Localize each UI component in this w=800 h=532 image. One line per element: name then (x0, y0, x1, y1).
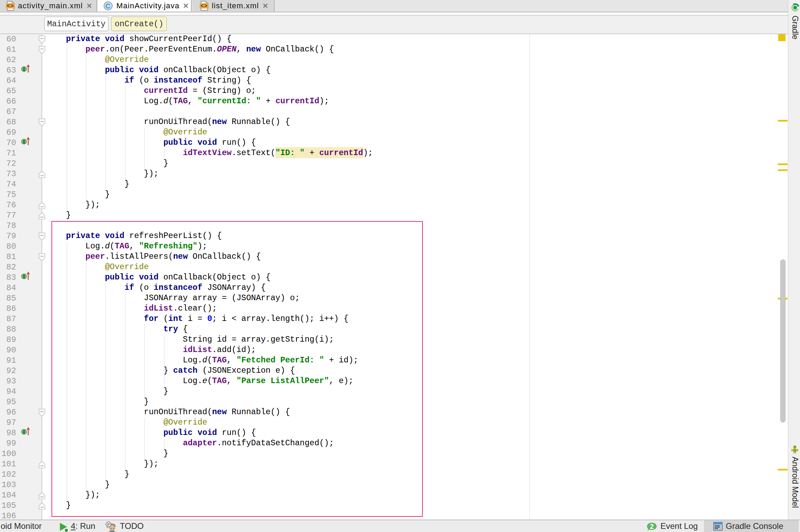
svg-text:<>: <> (200, 3, 208, 9)
svg-text:<>: <> (7, 3, 14, 9)
svg-text:2: 2 (650, 523, 654, 530)
svg-text:C: C (106, 2, 111, 10)
